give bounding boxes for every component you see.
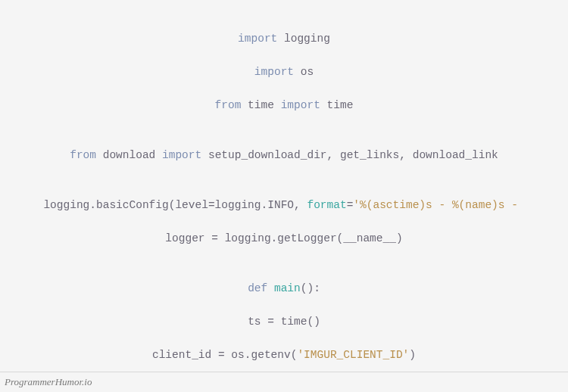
code-text: time — [320, 99, 354, 111]
code-text: ts = time() — [248, 316, 320, 328]
code-line: ts = time() — [0, 313, 568, 330]
code-text: time — [241, 99, 280, 111]
param-format: format — [307, 199, 346, 211]
code-text: ) — [409, 349, 416, 361]
watermark-text: ProgrammerHumor.io — [0, 372, 568, 392]
code-line: logger = logging.getLogger(__name__) — [0, 230, 568, 247]
code-string: '%(asctime)s - %(name)s - — [353, 199, 524, 211]
keyword-from: from — [70, 149, 96, 161]
code-text: logging.basicConfig(level=logging.INFO, — [43, 199, 307, 211]
code-line: import os — [0, 64, 568, 80]
keyword-import: import — [281, 99, 320, 111]
code-block: import logging import os from time impor… — [0, 0, 568, 392]
code-line: def main(): — [0, 280, 568, 297]
code-text: os — [294, 66, 314, 78]
code-line: logging.basicConfig(level=logging.INFO, … — [0, 197, 568, 213]
code-line: from download import setup_download_dir,… — [0, 147, 568, 163]
keyword-def: def — [248, 282, 274, 294]
code-text: download — [96, 149, 162, 161]
code-text: setup_download_dir, get_links, download_… — [201, 149, 498, 161]
keyword-import: import — [162, 149, 201, 161]
keyword-import: import — [254, 66, 294, 78]
code-text: client_id = os.getenv( — [152, 349, 297, 361]
code-line: from time import time — [0, 97, 568, 114]
code-string: 'IMGUR_CLIENT_ID' — [297, 349, 409, 361]
code-text: logging — [277, 33, 330, 45]
code-text: (): — [301, 282, 320, 294]
code-line: client_id = os.getenv('IMGUR_CLIENT_ID') — [0, 347, 568, 363]
code-text: logger = logging.getLogger(__name__) — [165, 232, 402, 244]
keyword-import: import — [238, 33, 277, 45]
keyword-from: from — [215, 99, 242, 111]
code-line: import logging — [0, 30, 568, 47]
function-name: main — [274, 282, 301, 294]
